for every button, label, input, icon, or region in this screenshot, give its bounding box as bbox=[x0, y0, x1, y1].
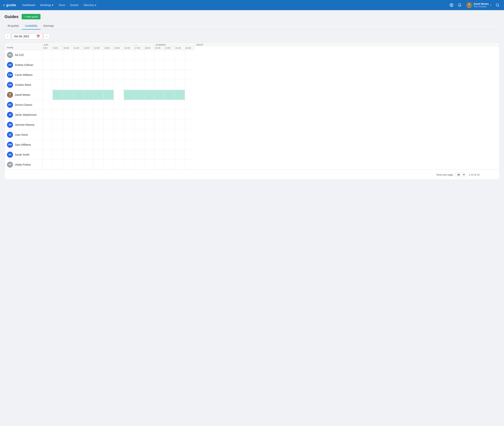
availability-cell-Jamie-Stephenson-7[interactable] bbox=[114, 110, 124, 120]
availability-cell-Donna-Chavez-13[interactable] bbox=[175, 100, 185, 110]
availability-cell-Jasmine-Massey-10[interactable] bbox=[144, 120, 154, 130]
availability-cell-Vitaliy-Podrez-10[interactable] bbox=[144, 160, 154, 170]
availability-cell-Sara-Williams-5[interactable] bbox=[93, 140, 103, 150]
availability-cell-Carrie-Williams-14[interactable] bbox=[185, 70, 195, 80]
availability-cell-Andrea-Sullivan-12[interactable] bbox=[164, 60, 175, 70]
availability-cell-Carrie-Williams-8[interactable] bbox=[124, 70, 134, 80]
availability-cell-Vitaliy-Podrez-1[interactable] bbox=[52, 160, 63, 170]
availability-cell-Vitaliy-Podrez-8[interactable] bbox=[124, 160, 134, 170]
availability-cell-Juan-Davis-12[interactable] bbox=[164, 130, 175, 140]
availability-cell-Andrea-Sullivan-5[interactable] bbox=[93, 60, 103, 70]
availability-cell-Jamie-Stephenson-3[interactable] bbox=[73, 110, 83, 120]
availability-cell-Vitaliy-Podrez-3[interactable] bbox=[73, 160, 83, 170]
availability-cell-Juan-Davis-13[interactable] bbox=[175, 130, 185, 140]
availability-cell-Juan-Davis-7[interactable] bbox=[114, 130, 124, 140]
availability-cell-Sarah-Smith-0[interactable] bbox=[42, 150, 52, 160]
availability-cell-Charles-Reed-2[interactable] bbox=[63, 80, 73, 90]
availability-cell-Donna-Chavez-12[interactable] bbox=[164, 100, 175, 110]
availability-cell-Charles-Reed-13[interactable] bbox=[175, 80, 185, 90]
availability-cell-Jamie-Stephenson-12[interactable] bbox=[164, 110, 175, 120]
availability-cell-Juan-Davis-11[interactable] bbox=[154, 130, 164, 140]
rows-per-page-select[interactable]: 30 50 100 bbox=[455, 172, 466, 177]
availability-cell-Andrea-Sullivan-13[interactable] bbox=[175, 60, 185, 70]
availability-cell-Andrea-Sullivan-10[interactable] bbox=[144, 60, 154, 70]
availability-cell-Juan-Davis-3[interactable] bbox=[73, 130, 83, 140]
availability-cell-Sara-Williams-12[interactable] bbox=[164, 140, 175, 150]
availability-cell-AA-XZZ-0[interactable] bbox=[42, 50, 52, 60]
availability-cell-David-Weeks-12[interactable] bbox=[164, 90, 175, 100]
availability-cell-Juan-Davis-0[interactable] bbox=[42, 130, 52, 140]
availability-cell-Sarah-Smith-8[interactable] bbox=[124, 150, 134, 160]
availability-cell-Jasmine-Massey-0[interactable] bbox=[42, 120, 52, 130]
availability-cell-David-Weeks-11[interactable] bbox=[154, 90, 164, 100]
availability-cell-Vitaliy-Podrez-2[interactable] bbox=[63, 160, 73, 170]
availability-cell-AA-XZZ-3[interactable] bbox=[73, 50, 83, 60]
availability-cell-Charles-Reed-5[interactable] bbox=[93, 80, 103, 90]
availability-cell-Charles-Reed-11[interactable] bbox=[154, 80, 164, 90]
availability-cell-Andrea-Sullivan-3[interactable] bbox=[73, 60, 83, 70]
availability-cell-Andrea-Sullivan-2[interactable] bbox=[63, 60, 73, 70]
availability-cell-Donna-Chavez-8[interactable] bbox=[124, 100, 134, 110]
availability-cell-Jamie-Stephenson-13[interactable] bbox=[175, 110, 185, 120]
availability-cell-Carrie-Williams-7[interactable] bbox=[114, 70, 124, 80]
tab-all-guides[interactable]: All guides bbox=[5, 22, 22, 29]
availability-cell-Juan-Davis-9[interactable] bbox=[134, 130, 144, 140]
availability-cell-David-Weeks-4[interactable] bbox=[83, 90, 93, 100]
availability-cell-Sara-Williams-0[interactable] bbox=[42, 140, 52, 150]
availability-cell-David-Weeks-3[interactable] bbox=[73, 90, 83, 100]
availability-cell-Carrie-Williams-12[interactable] bbox=[164, 70, 175, 80]
availability-cell-Charles-Reed-12[interactable] bbox=[164, 80, 175, 90]
availability-cell-Jasmine-Massey-4[interactable] bbox=[83, 120, 93, 130]
availability-cell-Sarah-Smith-5[interactable] bbox=[93, 150, 103, 160]
availability-cell-Donna-Chavez-1[interactable] bbox=[52, 100, 63, 110]
availability-cell-Vitaliy-Podrez-5[interactable] bbox=[93, 160, 103, 170]
prev-date-button[interactable]: ‹ bbox=[5, 33, 11, 39]
availability-cell-Sara-Williams-3[interactable] bbox=[73, 140, 83, 150]
availability-cell-Sara-Williams-8[interactable] bbox=[124, 140, 134, 150]
availability-cell-Sarah-Smith-6[interactable] bbox=[103, 150, 114, 160]
availability-cell-AA-XZZ-1[interactable] bbox=[52, 50, 63, 60]
availability-cell-Donna-Chavez-14[interactable] bbox=[185, 100, 195, 110]
nav-bookings[interactable]: Bookings ▾ bbox=[38, 2, 56, 8]
availability-cell-Charles-Reed-7[interactable] bbox=[114, 80, 124, 90]
availability-cell-Donna-Chavez-0[interactable] bbox=[42, 100, 52, 110]
availability-cell-Andrea-Sullivan-14[interactable] bbox=[185, 60, 195, 70]
availability-cell-Donna-Chavez-11[interactable] bbox=[154, 100, 164, 110]
availability-cell-AA-XZZ-4[interactable] bbox=[83, 50, 93, 60]
availability-cell-Jamie-Stephenson-9[interactable] bbox=[134, 110, 144, 120]
availability-cell-AA-XZZ-6[interactable] bbox=[103, 50, 114, 60]
availability-cell-Sara-Williams-11[interactable] bbox=[154, 140, 164, 150]
nav-dashboard[interactable]: Dashboard bbox=[20, 2, 37, 8]
availability-cell-Donna-Chavez-10[interactable] bbox=[144, 100, 154, 110]
availability-cell-Jamie-Stephenson-4[interactable] bbox=[83, 110, 93, 120]
availability-cell-Jasmine-Massey-13[interactable] bbox=[175, 120, 185, 130]
availability-cell-Carrie-Williams-3[interactable] bbox=[73, 70, 83, 80]
new-guide-button[interactable]: + New guide bbox=[22, 14, 41, 19]
availability-cell-David-Weeks-8[interactable] bbox=[124, 90, 134, 100]
availability-cell-Sarah-Smith-13[interactable] bbox=[175, 150, 185, 160]
availability-cell-Donna-Chavez-9[interactable] bbox=[134, 100, 144, 110]
next-date-button[interactable]: › bbox=[44, 33, 50, 39]
availability-cell-Carrie-Williams-2[interactable] bbox=[63, 70, 73, 80]
availability-cell-Jamie-Stephenson-14[interactable] bbox=[185, 110, 195, 120]
availability-cell-Sara-Williams-6[interactable] bbox=[103, 140, 114, 150]
availability-cell-Jasmine-Massey-11[interactable] bbox=[154, 120, 164, 130]
availability-cell-David-Weeks-0[interactable] bbox=[42, 90, 52, 100]
availability-cell-Jasmine-Massey-2[interactable] bbox=[63, 120, 73, 130]
availability-cell-Vitaliy-Podrez-0[interactable] bbox=[42, 160, 52, 170]
availability-cell-Jasmine-Massey-1[interactable] bbox=[52, 120, 63, 130]
availability-cell-Sara-Williams-7[interactable] bbox=[114, 140, 124, 150]
availability-cell-AA-XZZ-12[interactable] bbox=[164, 50, 175, 60]
availability-cell-Juan-Davis-6[interactable] bbox=[103, 130, 114, 140]
availability-cell-AA-XZZ-5[interactable] bbox=[93, 50, 103, 60]
availability-cell-Donna-Chavez-7[interactable] bbox=[114, 100, 124, 110]
availability-cell-Juan-Davis-2[interactable] bbox=[63, 130, 73, 140]
availability-cell-Jasmine-Massey-6[interactable] bbox=[103, 120, 114, 130]
availability-cell-Jasmine-Massey-8[interactable] bbox=[124, 120, 134, 130]
availability-cell-Charles-Reed-8[interactable] bbox=[124, 80, 134, 90]
availability-cell-Charles-Reed-1[interactable] bbox=[52, 80, 63, 90]
availability-cell-Andrea-Sullivan-4[interactable] bbox=[83, 60, 93, 70]
availability-cell-Sarah-Smith-10[interactable] bbox=[144, 150, 154, 160]
availability-cell-David-Weeks-10[interactable] bbox=[144, 90, 154, 100]
availability-cell-Charles-Reed-3[interactable] bbox=[73, 80, 83, 90]
